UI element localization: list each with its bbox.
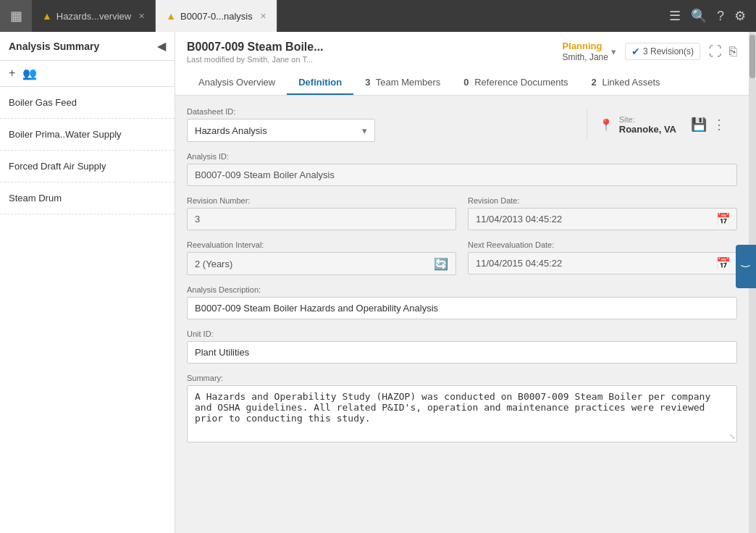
right-panel: B0007-009 Steam Boile... Last modified b… xyxy=(175,32,749,533)
tab-bar: ▦ ▲ Hazards...verview ✕ ▲ B0007-0...naly… xyxy=(0,0,756,32)
site-actions: 💾 ⋮ xyxy=(682,117,726,133)
hazards-close-btn[interactable]: ✕ xyxy=(138,12,145,21)
analysis-id-label: Analysis ID: xyxy=(187,152,737,161)
datasheet-dropdown-icon[interactable]: ▾ xyxy=(362,125,367,136)
tab-definition[interactable]: Definition xyxy=(287,71,353,95)
tab-reference-documents[interactable]: 0 Reference Documents xyxy=(452,71,579,95)
sidebar-header: Analysis Summary ◀ xyxy=(0,32,175,61)
tab-linked-assets[interactable]: 2 Linked Assets xyxy=(580,71,672,95)
textarea-resize-handle[interactable]: ⤡ xyxy=(729,432,735,440)
sidebar-controls: ◀ xyxy=(157,39,166,53)
datasheet-select[interactable]: Hazards Analysis ▾ xyxy=(187,119,375,142)
settings-icon[interactable]: ⚙ xyxy=(734,8,746,24)
right-outer: B0007-009 Steam Boile... Last modified b… xyxy=(175,32,756,533)
unit-id-label: Unit ID: xyxy=(187,330,737,338)
reevaluation-edit-icon[interactable]: 🔄 xyxy=(434,257,448,271)
panel-header-top: B0007-009 Steam Boile... Last modified b… xyxy=(187,41,737,64)
sidebar-item-label: Boiler Gas Feed xyxy=(9,97,77,108)
status-label: Planning Smith, Jane xyxy=(563,41,608,62)
summary-textarea[interactable]: A Hazards and Operability Study (HAZOP) … xyxy=(188,386,736,440)
sidebar-item-label: Boiler Prima..Water Supply xyxy=(9,129,122,140)
datasheet-value: Hazards Analysis xyxy=(195,125,362,136)
datasheet-label: Datasheet ID: xyxy=(187,107,587,116)
tab-linked-assets-label: Linked Assets xyxy=(602,77,660,88)
search-icon[interactable]: 🔍 xyxy=(691,8,707,24)
panel-subtitle: Last modified by Smith, Jane on T... xyxy=(187,55,324,64)
tab-team-members[interactable]: 3 Team Members xyxy=(353,71,452,95)
panel-header: B0007-009 Steam Boile... Last modified b… xyxy=(175,32,749,96)
sidebar: Analysis Summary ◀ + 👥 Boiler Gas Feed B… xyxy=(0,32,175,533)
sidebar-item-boiler-prima-water[interactable]: Boiler Prima..Water Supply xyxy=(0,119,175,151)
status-planning: Planning Smith, Jane ▾ xyxy=(563,41,616,62)
summary-label: Summary: xyxy=(187,374,737,382)
tab-reference-docs-label: Reference Documents xyxy=(474,77,568,88)
more-options-icon[interactable]: ⋮ xyxy=(713,117,726,133)
hazards-overview-tab[interactable]: ▲ Hazards...verview ✕ xyxy=(32,0,156,32)
site-label: Site: xyxy=(619,115,676,124)
analysis-id-input[interactable] xyxy=(187,164,737,186)
sidebar-item-steam-drum[interactable]: Steam Drum xyxy=(0,182,175,214)
planning-label: Planning xyxy=(563,41,602,51)
floating-panel-btn[interactable]: ⟩ xyxy=(736,245,756,288)
revision-date-value[interactable] xyxy=(469,209,710,230)
scroll-thumb[interactable] xyxy=(749,35,755,78)
linked-assets-count: 2 xyxy=(592,77,597,88)
panel-status-area: Planning Smith, Jane ▾ ✔ 3 Revision(s) ⛶… xyxy=(563,41,737,62)
sidebar-item-forced-draft-air[interactable]: Forced Draft Air Supply xyxy=(0,151,175,182)
copy-icon[interactable]: ⎘ xyxy=(729,44,737,59)
revisions-count: 3 Revision(s) xyxy=(643,46,694,56)
next-reevaluation-col: Next Reevaluation Date: 📅 xyxy=(468,240,737,275)
reference-docs-count: 0 xyxy=(463,77,469,88)
revision-date-input: 📅 xyxy=(468,208,737,230)
sidebar-actions: + 👥 xyxy=(0,61,175,87)
floating-btn-icon: ⟩ xyxy=(740,264,752,269)
panel-icons: ⛶ ⎘ xyxy=(709,44,737,59)
hazards-tab-label: Hazards...verview xyxy=(56,11,131,22)
analysis-id-group: Analysis ID: xyxy=(187,152,737,186)
dashboard-tab[interactable]: ▦ xyxy=(0,0,32,32)
analysis-description-input[interactable] xyxy=(187,297,737,319)
reevaluation-interval-value: 2 (Years) xyxy=(195,259,434,269)
save-site-icon[interactable]: 💾 xyxy=(691,117,707,133)
sidebar-item-boiler-gas-feed[interactable]: Boiler Gas Feed xyxy=(0,87,175,119)
expand-icon[interactable]: ⛶ xyxy=(709,44,722,59)
site-info: Site: Roanoke, VA xyxy=(619,115,676,135)
panel-title: B0007-009 Steam Boile... xyxy=(187,41,324,54)
hazards-tab-icon: ▲ xyxy=(42,10,52,22)
analysis-tab-icon: ▲ xyxy=(166,10,176,22)
next-reevaluation-calendar-icon[interactable]: 📅 xyxy=(710,256,736,270)
analysis-tab-label: B0007-0...nalysis xyxy=(180,11,253,22)
revision-number-label: Revision Number: xyxy=(187,196,456,205)
revision-number-input[interactable] xyxy=(187,208,456,230)
datasheet-row: Datasheet ID: Hazards Analysis ▾ 📍 Site:… xyxy=(187,107,737,142)
collapse-sidebar-icon[interactable]: ◀ xyxy=(157,39,166,53)
help-icon[interactable]: ? xyxy=(717,9,724,24)
revision-date-col: Revision Date: 📅 xyxy=(468,196,737,230)
group-icon[interactable]: 👥 xyxy=(22,67,37,80)
unit-id-group: Unit ID: xyxy=(187,330,737,364)
global-actions: ☰ 🔍 ? ⚙ xyxy=(659,8,756,24)
add-item-icon[interactable]: + xyxy=(9,67,15,80)
menu-icon[interactable]: ☰ xyxy=(669,8,681,24)
status-dropdown-btn[interactable]: ▾ xyxy=(611,46,616,57)
main-area: Analysis Summary ◀ + 👥 Boiler Gas Feed B… xyxy=(0,32,756,533)
revision-date-label: Revision Date: xyxy=(468,196,737,205)
tab-analysis-overview[interactable]: Analysis Overview xyxy=(187,71,287,95)
revision-date-calendar-icon[interactable]: 📅 xyxy=(710,212,736,226)
sidebar-item-label: Steam Drum xyxy=(9,193,62,203)
sidebar-item-label: Forced Draft Air Supply xyxy=(9,161,106,172)
summary-group: Summary: A Hazards and Operability Study… xyxy=(187,374,737,442)
analysis-tab[interactable]: ▲ B0007-0...nalysis ✕ xyxy=(156,0,277,32)
site-value: Roanoke, VA xyxy=(619,124,676,135)
tab-team-members-label: Team Members xyxy=(376,77,441,88)
revisions-badge[interactable]: ✔ 3 Revision(s) xyxy=(625,43,700,60)
unit-id-input[interactable] xyxy=(187,341,737,364)
next-reevaluation-label: Next Reevaluation Date: xyxy=(468,240,737,249)
reevaluation-interval-label: Reevaluation Interval: xyxy=(187,240,456,249)
revision-row: Revision Number: Revision Date: 📅 xyxy=(187,196,737,230)
next-reevaluation-value[interactable] xyxy=(469,253,710,274)
team-members-count: 3 xyxy=(365,77,370,88)
content-body: Datasheet ID: Hazards Analysis ▾ 📍 Site:… xyxy=(175,96,749,533)
status-user: Smith, Jane xyxy=(563,52,608,62)
analysis-close-btn[interactable]: ✕ xyxy=(260,12,266,21)
